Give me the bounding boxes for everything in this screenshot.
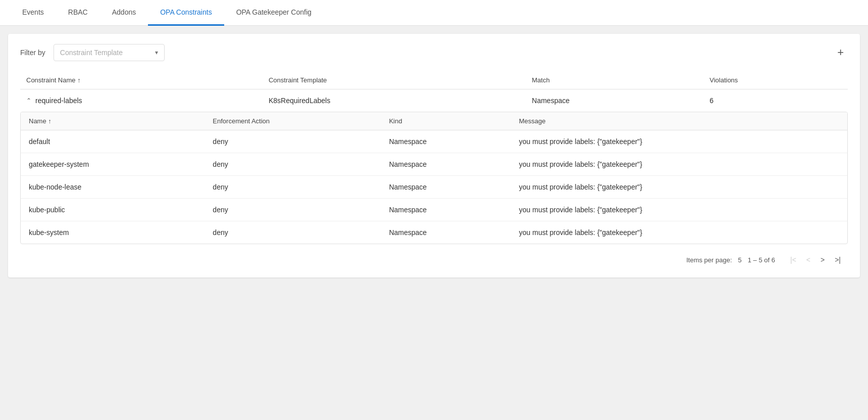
main-card: Filter by Constraint Template ▾ + Constr…	[8, 34, 860, 277]
list-item: kube-systemdenyNamespaceyou must provide…	[21, 221, 847, 244]
col-constraint-name: Constraint Name ↑	[20, 71, 263, 89]
add-constraint-button[interactable]: +	[833, 45, 848, 60]
page-wrapper: EventsRBACAddonsOPA ConstraintsOPA Gatek…	[0, 0, 868, 420]
violations-header-row: Name ↑Enforcement ActionKindMessage	[21, 112, 847, 130]
constraint-table-header-row: Constraint Name ↑Constraint TemplateMatc…	[20, 71, 848, 89]
first-page-button[interactable]: |<	[787, 254, 799, 265]
table-row: ⌃required-labelsK8sRequiredLabelsNamespa…	[20, 89, 848, 112]
violations-table-body: defaultdenyNamespaceyou must provide lab…	[21, 130, 847, 244]
filter-bar: Filter by Constraint Template ▾ +	[20, 44, 848, 61]
tab-addons[interactable]: Addons	[100, 0, 148, 26]
col-violations: Violations	[703, 71, 848, 89]
tab-opa-gatekeeper-config[interactable]: OPA Gatekeeper Config	[224, 0, 324, 26]
list-item: kube-publicdenyNamespaceyou must provide…	[21, 199, 847, 221]
pagination-bar: Items per page: 5 1 – 5 of 6 |< < > >|	[20, 248, 848, 265]
constraint-name-value: required-labels	[35, 97, 82, 105]
violation-enforcement-cell: deny	[205, 176, 381, 199]
filter-select-dropdown[interactable]: Constraint Template ▾	[54, 44, 165, 61]
tab-rbac[interactable]: RBAC	[56, 0, 100, 26]
col-match: Match	[526, 71, 703, 89]
pagination-range: 1 – 5 of 6	[748, 256, 775, 264]
last-page-button[interactable]: >|	[832, 254, 844, 265]
violations-table-header: Name ↑Enforcement ActionKindMessage	[21, 112, 847, 130]
list-item: defaultdenyNamespaceyou must provide lab…	[21, 130, 847, 153]
inner-col-message: Message	[511, 112, 847, 130]
violation-message-cell: you must provide labels: {"gatekeeper"}	[511, 221, 847, 244]
col-constraint-template: Constraint Template	[263, 71, 526, 89]
violation-name-cell: kube-node-lease	[21, 176, 205, 199]
constraint-table-body: ⌃required-labelsK8sRequiredLabelsNamespa…	[20, 89, 848, 112]
inner-col-name: Name ↑	[21, 112, 205, 130]
constraint-violations-cell: 6	[703, 89, 848, 112]
violation-name-cell: default	[21, 130, 205, 153]
violations-table: Name ↑Enforcement ActionKindMessage defa…	[21, 112, 847, 244]
expand-icon[interactable]: ⌃	[26, 97, 31, 104]
violation-message-cell: you must provide labels: {"gatekeeper"}	[511, 176, 847, 199]
violation-enforcement-cell: deny	[205, 221, 381, 244]
violation-kind-cell: Namespace	[381, 176, 510, 199]
constraint-name-cell: ⌃required-labels	[20, 89, 263, 112]
constraint-match-cell: Namespace	[526, 89, 703, 112]
constraint-table-header: Constraint Name ↑Constraint TemplateMatc…	[20, 71, 848, 89]
constraint-template-cell: K8sRequiredLabels	[263, 89, 526, 112]
violation-message-cell: you must provide labels: {"gatekeeper"}	[511, 130, 847, 153]
filter-label: Filter by	[20, 49, 45, 57]
violation-name-cell: gatekeeper-system	[21, 153, 205, 176]
violation-enforcement-cell: deny	[205, 199, 381, 221]
violation-kind-cell: Namespace	[381, 130, 510, 153]
filter-select-text: Constraint Template	[60, 49, 155, 57]
prev-page-button[interactable]: <	[803, 254, 813, 265]
violation-kind-cell: Namespace	[381, 153, 510, 176]
violation-enforcement-cell: deny	[205, 130, 381, 153]
tab-opa-constraints[interactable]: OPA Constraints	[148, 0, 224, 26]
violation-name-cell: kube-system	[21, 221, 205, 244]
list-item: gatekeeper-systemdenyNamespaceyou must p…	[21, 153, 847, 176]
next-page-button[interactable]: >	[818, 254, 828, 265]
list-item: kube-node-leasedenyNamespaceyou must pro…	[21, 176, 847, 199]
items-per-page-label: Items per page:	[686, 256, 732, 264]
inner-col-kind: Kind	[381, 112, 510, 130]
inner-col-enforcement-action: Enforcement Action	[205, 112, 381, 130]
tab-bar: EventsRBACAddonsOPA ConstraintsOPA Gatek…	[0, 0, 868, 26]
constraint-table: Constraint Name ↑Constraint TemplateMatc…	[20, 71, 848, 112]
filter-left: Filter by Constraint Template ▾	[20, 44, 165, 61]
chevron-down-icon: ▾	[155, 49, 158, 56]
tab-events[interactable]: Events	[10, 0, 56, 26]
violation-name-cell: kube-public	[21, 199, 205, 221]
violation-message-cell: you must provide labels: {"gatekeeper"}	[511, 199, 847, 221]
violation-message-cell: you must provide labels: {"gatekeeper"}	[511, 153, 847, 176]
violation-kind-cell: Namespace	[381, 199, 510, 221]
violation-enforcement-cell: deny	[205, 153, 381, 176]
inner-violations-section: Name ↑Enforcement ActionKindMessage defa…	[20, 112, 848, 244]
items-per-page-value: 5	[738, 256, 742, 264]
violation-kind-cell: Namespace	[381, 221, 510, 244]
